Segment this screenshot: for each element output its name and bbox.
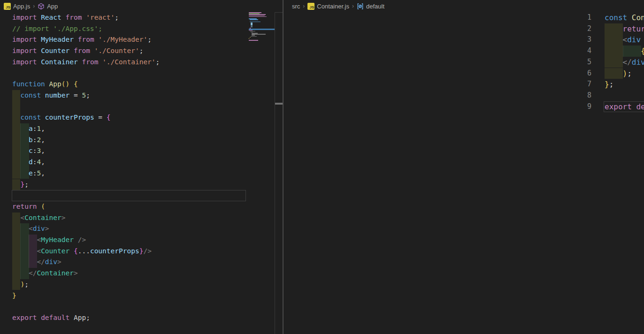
code-token: c [29,147,33,154]
minimap-line [250,31,255,32]
breadcrumb-item-symbol[interactable]: default [357,3,384,10]
code-token: { [107,114,111,121]
code-token [12,225,29,232]
code-line[interactable]: return ( [12,201,45,213]
code-line[interactable]: import Counter from './Counter'; [12,46,143,57]
code-line[interactable]: </div> [605,57,644,68]
code-token: Counter [41,47,69,54]
code-token [69,247,74,255]
code-token: , [41,169,45,177]
minimap-line [251,27,253,28]
code-token: d [29,158,33,166]
code-line[interactable]: <Container> [12,213,66,224]
breadcrumb-item-symbol[interactable]: App [38,3,58,10]
code-token: 4 [37,158,41,166]
code-token: { [74,247,78,255]
code-token [69,80,74,88]
code-token [74,36,78,43]
code-token: = [94,114,107,121]
code-token [98,58,102,66]
scrollbar-track[interactable] [275,12,283,334]
code-token [12,91,20,99]
code-line[interactable]: {children} [605,46,644,57]
code-line[interactable]: import React from 'react'; [12,12,119,23]
code-token [37,58,41,66]
code-token: Container [41,58,78,66]
code-token [12,281,20,288]
code-line[interactable]: const counterProps = { [12,112,111,123]
code-token: const [20,114,41,121]
code-line[interactable]: <Counter {...counterProps}/> [12,246,152,257]
minimap-line [249,16,267,17]
code-line[interactable]: a:1, [12,123,45,135]
code-token: const [20,91,41,99]
code-line[interactable]: // import './App.css'; [12,23,102,35]
line-number: 6 [567,68,591,79]
breadcrumb-item-folder[interactable]: src [292,3,300,10]
code-token: { [74,80,78,88]
code-token: // import './App.css'; [12,25,102,32]
code-token: < [623,35,628,44]
code-token: ( [41,203,45,210]
code-line[interactable]: }; [605,79,613,90]
breadcrumb-item-file[interactable]: JS App.js [4,3,30,10]
code-token: ; [115,14,119,21]
code-line[interactable]: <div style = {{margin:20, padding:20, bo… [605,34,644,46]
code-line[interactable]: b:2, [12,135,45,146]
breadcrumb-item-file[interactable]: JS Container.js [307,3,349,10]
line-number: 7 [567,79,591,90]
minimap-line [249,40,258,41]
line-number: 3 [567,34,591,46]
code-token: < [29,225,33,232]
code-token: </ [623,58,632,67]
line-number: 4 [567,46,591,57]
minimap-line [249,30,253,30]
line-number: 5 [567,57,591,68]
code-token: 3 [37,147,41,154]
code-line[interactable]: <MyHeader /> [12,235,86,246]
vscode-editor-window: JS App.js › App import React from 'react… [0,0,644,334]
code-token: > [45,225,49,232]
code-line[interactable]: import MyHeader from './MyHeader'; [12,34,152,46]
code-token: div [632,58,644,67]
editor-pane-containerjs[interactable]: src › JS Container.js › default 12345678… [284,0,644,334]
code-line[interactable]: ); [12,279,29,290]
code-token [12,214,20,221]
code-line[interactable]: <div> [12,223,49,235]
code-line[interactable]: function App() { [12,79,78,90]
code-token: default [41,314,69,321]
code-token: div [45,258,57,266]
code-token [605,24,623,33]
code-line[interactable]: export default App; [12,312,90,324]
code-token: ... [78,247,90,255]
code-line[interactable]: d:4, [12,157,45,168]
minimap-line [251,24,253,25]
code-token: ; [139,47,144,54]
code-token: ; [156,58,160,66]
code-line[interactable]: c:3, [12,145,45,157]
code-token [627,13,632,22]
code-line[interactable]: const Container = ({children}) => { [605,12,644,23]
code-line[interactable]: e:5, [12,168,45,179]
breadcrumb-file-label: Container.js [317,3,349,10]
code-line[interactable]: </Container> [12,268,78,279]
minimap[interactable] [249,12,275,50]
breadcrumb-folder-label: src [292,3,300,10]
editor-pane-appjs[interactable]: JS App.js › App import React from 'react… [0,0,283,334]
code-line[interactable]: return ( [605,23,644,35]
code-token [12,169,29,177]
code-token [69,314,74,321]
code-line[interactable]: </div> [12,257,61,268]
code-line[interactable]: ); [605,68,632,79]
code-token: div [627,35,641,44]
code-line[interactable]: }; [12,179,29,190]
code-token [605,58,623,67]
code-line[interactable]: } [12,290,16,302]
minimap-line [249,14,266,15]
code-token [12,258,37,266]
code-line[interactable]: const number = 5; [12,90,90,101]
code-token: 2 [37,136,41,144]
code-token: > [57,258,61,266]
code-line[interactable]: import Container from './Container'; [12,57,160,68]
code-token: 5 [82,91,86,99]
